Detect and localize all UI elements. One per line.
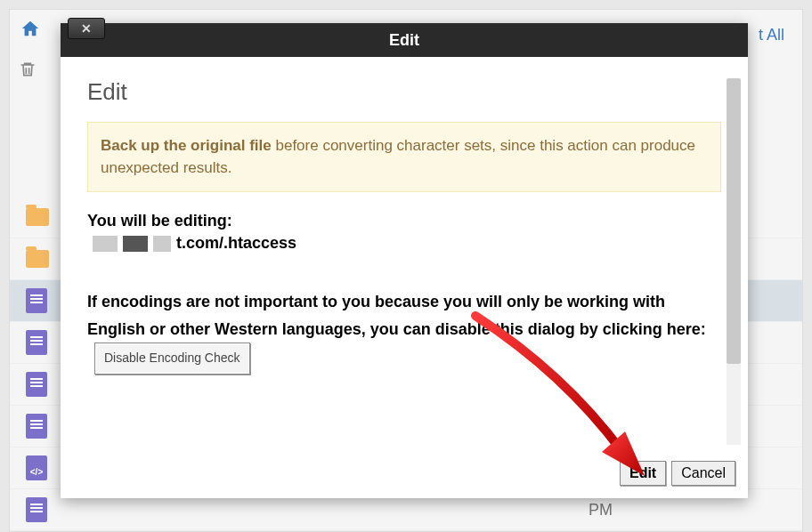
folder-icon (26, 208, 49, 226)
disable-encoding-button[interactable]: Disable Encoding Check (94, 343, 250, 375)
redacted-block (93, 236, 118, 252)
edit-button[interactable]: Edit (620, 461, 666, 486)
redacted-block (153, 236, 171, 252)
file-icon (26, 497, 47, 522)
editing-path-text: t.com/.htaccess (176, 234, 296, 253)
home-icon[interactable] (17, 15, 44, 47)
editing-path: t.com/.htaccess (87, 234, 721, 253)
warning-strong: Back up the original file (101, 137, 272, 154)
file-icon (26, 414, 47, 439)
file-icon (26, 330, 47, 355)
encoding-text: If encodings are not important to you be… (87, 293, 706, 338)
dialog-title: Edit (389, 31, 419, 50)
encoding-paragraph: If encodings are not important to you be… (87, 288, 721, 375)
close-icon: ✕ (81, 21, 92, 36)
editing-label: You will be editing: (87, 212, 721, 230)
warning-box: Back up the original file before convert… (87, 122, 721, 192)
redacted-block (123, 236, 148, 252)
code-file-icon (26, 455, 47, 480)
cancel-button[interactable]: Cancel (671, 461, 735, 486)
close-button[interactable]: ✕ (68, 18, 105, 39)
dialog-footer: Edit Cancel (61, 454, 748, 498)
scrollbar-thumb[interactable] (727, 78, 741, 364)
scrollbar[interactable] (727, 78, 741, 445)
dialog-body: Edit Back up the original file before co… (61, 57, 748, 454)
file-date: PM (589, 501, 802, 520)
edit-dialog: ✕ Edit Edit Back up the original file be… (61, 23, 748, 498)
folder-icon (26, 250, 49, 268)
dialog-heading: Edit (87, 78, 721, 106)
dialog-titlebar: ✕ Edit (61, 23, 748, 57)
select-all-link[interactable]: t All (759, 26, 784, 44)
file-icon (26, 288, 47, 313)
file-icon (26, 372, 47, 397)
